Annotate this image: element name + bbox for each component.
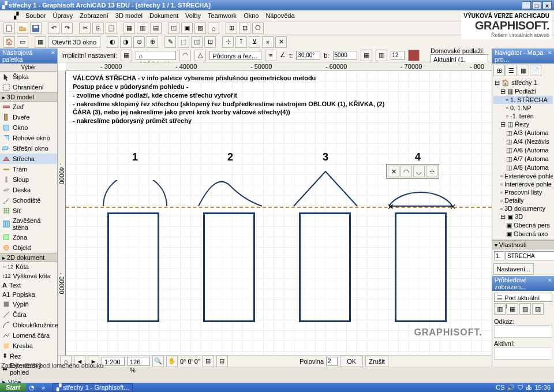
pet-button[interactable]: ⊹ bbox=[426, 166, 437, 177]
cancel-button[interactable]: Zrušit bbox=[365, 356, 388, 367]
tool-level-dim[interactable]: ↕12Výšková kóta bbox=[0, 271, 57, 281]
bottom-input[interactable] bbox=[333, 51, 357, 60]
tree-item[interactable]: ◫ A/7 (Automa bbox=[493, 155, 553, 163]
tool-button[interactable]: ⎔ bbox=[252, 23, 264, 34]
tool-door[interactable]: Dveře bbox=[0, 112, 57, 122]
edit-button[interactable]: ⬚ bbox=[178, 36, 189, 48]
tree-item[interactable]: ▫ Exteriérové pohle bbox=[493, 172, 553, 180]
menu-soubor[interactable]: Soubor bbox=[25, 12, 46, 19]
prop-num[interactable] bbox=[494, 251, 504, 260]
tray-icon[interactable]: 🔊 bbox=[507, 384, 515, 391]
close-button[interactable]: × bbox=[542, 1, 552, 9]
menu-okno[interactable]: Okno bbox=[244, 12, 259, 19]
zoom-field[interactable]: 126 % bbox=[127, 357, 150, 366]
snap-button[interactable]: ⊻ bbox=[249, 36, 260, 48]
tree-item[interactable]: ▫ 3D dokumenty bbox=[493, 204, 553, 212]
cut-button[interactable]: ✂ bbox=[79, 23, 91, 34]
nav-button[interactable]: ◑ bbox=[120, 36, 132, 48]
tool-button[interactable]: ▥ bbox=[137, 23, 148, 34]
open-3d-button[interactable]: Otevřít 3D okno bbox=[48, 36, 100, 48]
tool-line[interactable]: Čára bbox=[0, 309, 57, 320]
tray-icon[interactable]: 🖧 bbox=[526, 384, 532, 391]
minimize-button[interactable]: _ bbox=[522, 1, 531, 9]
menu-dokument[interactable]: Dokument bbox=[149, 12, 178, 19]
tree-item[interactable]: ▫ Pracovní listy bbox=[493, 188, 553, 196]
tool-slab[interactable]: Deska bbox=[0, 185, 57, 195]
tree-item[interactable]: ◫ A/3 (Automa bbox=[493, 129, 553, 137]
tool-button[interactable]: ▤ bbox=[150, 23, 162, 34]
project-tree[interactable]: ⊟ 🏠 střechy 1 ⊟ ▥ Podlaží ▫ 1. STŘECHA ▫… bbox=[492, 77, 554, 240]
tool-skylight[interactable]: Střešní okno bbox=[0, 143, 57, 154]
pet-button[interactable]: ◡ bbox=[413, 166, 425, 177]
tree-item[interactable]: ⊟ ◫ Řezy bbox=[493, 120, 553, 129]
palette-header[interactable]: Nástrojová paletka× bbox=[0, 48, 57, 64]
menu-upravy[interactable]: Úpravy bbox=[53, 12, 73, 19]
menu-zobrazeni[interactable]: Zobrazení bbox=[80, 12, 108, 19]
tool-drawing[interactable]: Kresba bbox=[0, 341, 57, 351]
geom-method-button[interactable]: △ bbox=[194, 50, 206, 61]
tree-item[interactable]: ▫ Interiérové pohle bbox=[493, 180, 553, 188]
paste-button[interactable]: 📋 bbox=[106, 23, 117, 34]
layer-button[interactable]: ≡ bbox=[265, 50, 276, 61]
view-field[interactable]: Půdorys a řez... bbox=[209, 51, 261, 60]
zoom-button[interactable]: 🔍 bbox=[152, 356, 164, 367]
snap-button[interactable]: × bbox=[262, 36, 274, 48]
pet-button[interactable]: ◠ bbox=[400, 166, 412, 177]
tool-object[interactable]: Objekt bbox=[0, 242, 57, 253]
view-button[interactable]: ▭ bbox=[17, 36, 28, 48]
snap-button[interactable]: ⊺ bbox=[235, 36, 247, 48]
tool-name-field[interactable]: ⌂ STŘECHY bbox=[136, 51, 176, 60]
edit-button[interactable]: ◫ bbox=[191, 36, 203, 48]
tree-item[interactable]: ◫ A/4 (Nezávis bbox=[493, 137, 553, 146]
opt-button[interactable]: ▦ bbox=[361, 50, 372, 61]
tool-button[interactable]: ▣ bbox=[181, 23, 193, 34]
tree-item[interactable]: ◫ A/6 (Automa bbox=[493, 146, 553, 155]
opt-button[interactable]: ⊞ bbox=[203, 356, 214, 367]
edit-button[interactable]: ⊡ bbox=[204, 36, 216, 48]
tool-beam[interactable]: Trám bbox=[0, 164, 57, 174]
tree-item[interactable]: ▣ Obecná pers bbox=[493, 221, 553, 230]
pet-button[interactable]: ✕ bbox=[388, 166, 399, 177]
new-button[interactable] bbox=[3, 23, 15, 34]
open-button[interactable] bbox=[17, 23, 28, 34]
page-input[interactable] bbox=[326, 357, 338, 366]
navigator-header[interactable]: Navigátor - Mapa pro...× bbox=[492, 48, 554, 64]
clock[interactable]: 15:36 bbox=[534, 384, 551, 391]
tree-item[interactable]: ◫ A/8 (Automa bbox=[493, 163, 553, 172]
preview-button[interactable]: ▥ bbox=[494, 303, 506, 315]
angle-input[interactable] bbox=[296, 51, 320, 60]
maximize-button[interactable]: □ bbox=[532, 1, 541, 9]
section-2d[interactable]: ▸ 2D dokument bbox=[0, 253, 57, 262]
tool-corner-window[interactable]: Rohové okno bbox=[0, 133, 57, 143]
edit-button[interactable]: ✎ bbox=[164, 36, 176, 48]
menu-teamwork[interactable]: Teamwork bbox=[208, 12, 237, 19]
snap-button[interactable]: ⊹ bbox=[222, 36, 234, 48]
tool-button[interactable]: ▦ bbox=[123, 23, 135, 34]
color-button[interactable] bbox=[408, 50, 420, 61]
quicklaunch-icon[interactable]: ◔ bbox=[26, 384, 38, 391]
tree-item[interactable]: ⊟ ▣ 3D bbox=[493, 212, 553, 221]
nav-tab[interactable]: ⊞ bbox=[493, 65, 505, 76]
tool-button[interactable]: ▨ bbox=[194, 23, 206, 34]
tool-button[interactable]: ⊟ bbox=[239, 23, 250, 34]
preview-button[interactable]: ▨ bbox=[532, 303, 544, 315]
tree-item[interactable]: ▫ Detaily bbox=[493, 196, 553, 204]
undo-button[interactable]: ↶ bbox=[48, 23, 59, 34]
pet-palette[interactable]: ✕ ◠ ◡ ⊹ bbox=[386, 164, 439, 179]
tree-item-active[interactable]: ▫ 1. STŘECHA bbox=[493, 96, 553, 104]
nav-button[interactable]: ◐ bbox=[107, 36, 118, 48]
tool-text[interactable]: AText bbox=[0, 281, 57, 290]
props-header[interactable]: ▾ Vlastnosti bbox=[492, 240, 554, 249]
settings-button[interactable]: Nastavení... bbox=[493, 263, 534, 275]
tool-marquee[interactable]: Ohraničení bbox=[0, 82, 57, 92]
tool-dimension[interactable]: ↔12Kóta bbox=[0, 262, 57, 271]
view-button[interactable]: 🏠 bbox=[3, 36, 15, 48]
tree-root[interactable]: ⊟ 🏠 střechy 1 bbox=[493, 79, 553, 87]
preview-header[interactable]: Průhledové zobrazen...× bbox=[492, 276, 554, 291]
settings-icon[interactable]: ▦ bbox=[121, 50, 132, 61]
preview-button[interactable]: ▦ bbox=[507, 303, 518, 315]
tool-button[interactable]: ◫ bbox=[168, 23, 179, 34]
quicklaunch-icon[interactable]: » bbox=[38, 384, 49, 391]
opt-button[interactable]: ▥ bbox=[376, 50, 387, 61]
drawing-area[interactable]: VÁLCOVÁ STŘECHA - v info paletce vyberem… bbox=[66, 70, 492, 355]
